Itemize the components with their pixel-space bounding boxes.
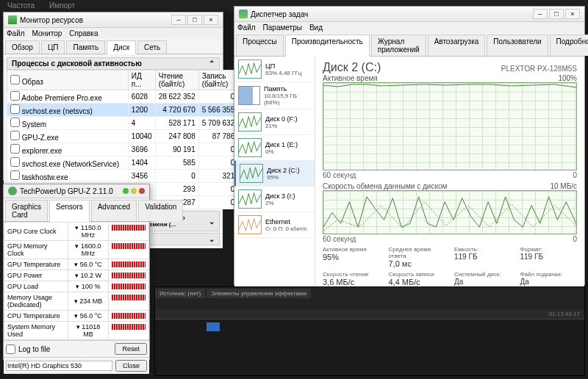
expand-icon[interactable]: ⌄ [209,217,215,225]
disk-active-chart [323,82,577,170]
col-read[interactable]: Чтение (байт/с) [155,71,198,90]
side-name: ЦП [265,62,301,70]
col-write[interactable]: Запись (байт/с) [198,71,238,90]
sensor-value: ▾ 56.0 °C [68,311,109,322]
tab-Журнал приложений[interactable]: Журнал приложений [371,35,426,56]
menu-monitor[interactable]: Монитор [32,29,62,37]
stat-fmt: 119 ГБ [520,253,578,261]
menu-help[interactable]: Справка [69,29,98,37]
disk-throughput-chart [323,190,577,234]
menu-file[interactable]: Файл [7,29,25,37]
window-title: TechPowerUp GPU-Z 2.11.0 [20,187,113,195]
menu-options[interactable]: Параметры [263,24,302,32]
taskmgr-icon [239,10,248,18]
tab-Автозагрузка[interactable]: Автозагрузка [428,35,486,56]
tab-overview[interactable]: Обзор [5,40,40,54]
premiere-editor[interactable]: Источник: (нет) Элементы управления эффе… [154,286,585,376]
col-image[interactable]: Образ [7,71,129,90]
collapse-icon[interactable]: ⌃ [209,59,215,68]
maximize-button[interactable] [131,188,137,194]
sensor-value: ▾ 1150.0 MHz [68,223,109,241]
close-button[interactable]: × [204,15,218,25]
sensor-row: GPU Power▾ 10.2 W [4,270,149,281]
tab-sensors[interactable]: Sensors [49,200,90,222]
tab-memory[interactable]: Память [66,40,105,54]
sensor-value: ▾ 10.2 W [68,270,109,281]
minimize-button[interactable]: – [533,9,548,19]
editor-tab[interactable]: Источник: (нет) [155,289,205,298]
sensor-value: ▾ 100 % [68,281,109,292]
sidebar-item-disk[interactable]: Диск 3 (I:)2% [234,187,315,212]
titlebar[interactable]: Монитор ресурсов – □ × [4,12,223,28]
col-pid[interactable]: ИД п... [128,71,155,90]
side-sub: 83% 4,48 ГГц [265,70,301,76]
sensor-table: GPU Core Clock▾ 1150.0 MHzGPU Memory Clo… [4,222,149,340]
side-name: Диск 0 (F:) [265,115,298,123]
sidebar-item-mem[interactable]: Память10,8/15,9 ГБ (68%) [234,82,315,109]
menu-view[interactable]: Вид [309,24,323,32]
reset-button[interactable]: Reset [115,343,147,355]
sensor-spark-icon [112,225,146,231]
side-sub: 0% [265,148,298,155]
log-checkbox[interactable] [6,344,15,354]
close-button[interactable]: Close [115,360,147,372]
timeline[interactable]: 01:13:48:17 [155,309,584,375]
menu-file[interactable]: Файл [237,24,256,32]
resource-monitor-window[interactable]: Монитор ресурсов – □ × Файл Монитор Спра… [3,12,223,181]
side-name: Диск 2 (C:) [267,167,300,174]
top-item[interactable]: Импорт [49,1,75,10]
tab-graphics-card[interactable]: Graphics Card [5,200,48,221]
sensor-label: GPU Load [4,281,68,292]
device-field[interactable] [6,361,112,371]
section-processes[interactable]: Процессы с дисковой активностью ⌃ [7,57,220,70]
tab-Подробности[interactable]: Подробности [550,35,588,56]
close-button[interactable] [139,188,145,194]
titlebar[interactable]: Диспетчер задач – □ × [234,7,584,22]
maximize-button[interactable]: □ [549,9,564,19]
tab-validation[interactable]: Validation [138,200,183,221]
tab-network[interactable]: Сеть [137,40,167,54]
disk-thumb-icon [238,112,262,131]
sidebar-item-cpu[interactable]: ЦП83% 4,48 ГГц [234,57,315,82]
maximize-button[interactable]: □ [187,15,202,25]
sidebar-item-disk[interactable]: Диск 2 (C:)95% [234,161,315,187]
tab-Производительность[interactable]: Производительность [285,35,370,57]
sensor-spark-icon [112,324,146,330]
top-item[interactable]: Частота [7,1,35,10]
gpuz-window[interactable]: TechPowerUp GPU-Z 2.11.0 Graphics Card S… [3,184,150,360]
task-manager-window[interactable]: Диспетчер задач – □ × Файл Параметры Вид… [234,6,585,285]
tabs: Graphics Card Sensors Advanced Validatio… [4,198,149,222]
stat-active: 95% [323,253,380,261]
sidebar-item-disk[interactable]: Диск 0 (F:)21% [234,109,315,135]
sensor-value: ▾ 234 MB [68,292,109,311]
stat-cap: 119 ГБ [454,253,512,261]
time-ruler[interactable] [155,309,584,320]
disk-title: Диск 2 (C:) [323,61,381,74]
clip[interactable] [207,322,220,331]
sensor-label: Memory Usage (Dedicated) [4,292,68,311]
tab-cpu[interactable]: ЦП [41,40,65,54]
sensor-row: GPU Memory Clock▾ 1600.0 MHz [4,241,149,259]
sensor-spark-icon [112,284,146,289]
expand-icon[interactable]: ⌄ [209,235,215,243]
sensor-label: GPU Temperature [4,259,68,270]
tab-Процессы[interactable]: Процессы [236,35,284,56]
minimize-button[interactable] [123,188,129,194]
select-all-checkbox[interactable] [10,75,20,84]
cpu-thumb-icon [238,59,262,79]
close-button[interactable]: × [565,9,580,19]
disk-thumb-icon [238,190,262,209]
tab-Пользователи[interactable]: Пользователи [487,35,548,56]
stat-page: Да [520,278,578,286]
stat-resp: 7,0 мс [389,259,446,268]
minimize-button[interactable]: – [171,15,186,25]
tab-advanced[interactable]: Advanced [91,200,137,221]
sensor-row: GPU Core Clock▾ 1150.0 MHz [4,223,149,241]
sidebar-item-eth[interactable]: EthernetО: 0 П: 0 кбит/с [234,212,315,238]
tab-disk[interactable]: Диск [107,40,136,54]
sensor-label: GPU Memory Clock [4,241,68,259]
sidebar-item-disk[interactable]: Диск 1 (E:)0% [234,135,315,161]
editor-tab[interactable]: Элементы управления эффектами [207,289,311,298]
titlebar[interactable]: TechPowerUp GPU-Z 2.11.0 [4,184,149,198]
side-name: Диск 1 (E:) [265,141,298,148]
